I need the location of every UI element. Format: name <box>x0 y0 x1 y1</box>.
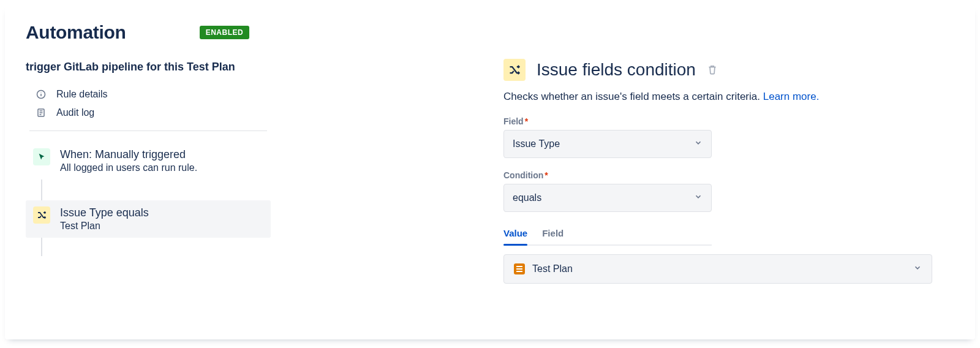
learn-more-link[interactable]: Learn more. <box>763 91 820 102</box>
value-select-text: Test Plan <box>532 263 573 274</box>
rule-name: trigger GitLab pipeline for this Test Pl… <box>26 60 246 74</box>
log-icon <box>36 107 47 118</box>
page-title: Automation <box>26 22 126 43</box>
shuffle-icon <box>33 206 50 224</box>
step-connector <box>41 180 42 200</box>
shuffle-icon <box>503 59 526 81</box>
automation-panel: Automation ENABLED trigger GitLab pipeli… <box>5 5 975 339</box>
chevron-down-icon <box>694 138 703 149</box>
condition-group: Condition* equals <box>503 170 954 212</box>
chevron-down-icon <box>694 192 703 203</box>
condition-subtitle: Test Plan <box>60 221 149 232</box>
field-select[interactable]: Issue Type <box>503 130 712 158</box>
tab-value[interactable]: Value <box>503 224 527 244</box>
value-select[interactable]: Test Plan <box>503 254 932 284</box>
step-connector-after <box>41 238 42 256</box>
trigger-title: When: Manually triggered <box>60 148 197 161</box>
divider <box>29 130 267 131</box>
condition-select[interactable]: equals <box>503 184 712 212</box>
audit-log-link[interactable]: Audit log <box>26 104 271 122</box>
detail-panel: Issue fields condition Checks whether an… <box>503 22 954 339</box>
required-marker: * <box>545 170 548 180</box>
condition-label-text: Condition <box>503 170 543 180</box>
field-label: Field* <box>503 116 954 126</box>
trigger-step[interactable]: When: Manually triggered All logged in u… <box>26 142 271 180</box>
rule-sidebar: Automation ENABLED trigger GitLab pipeli… <box>26 22 271 339</box>
detail-description: Checks whether an issue's field meets a … <box>503 91 954 103</box>
field-select-value: Issue Type <box>513 138 560 149</box>
condition-label: Condition* <box>503 170 954 180</box>
info-icon <box>36 89 47 100</box>
trigger-subtitle: All logged in users can run rule. <box>60 162 197 173</box>
value-field-tabs: Value Field <box>503 224 712 246</box>
field-group: Field* Issue Type <box>503 116 954 158</box>
field-label-text: Field <box>503 116 524 126</box>
detail-header: Issue fields condition <box>503 59 954 81</box>
required-marker: * <box>525 116 528 126</box>
rule-details-label: Rule details <box>56 89 108 100</box>
svg-point-2 <box>40 93 41 93</box>
rule-details-link[interactable]: Rule details <box>26 85 271 104</box>
condition-title: Issue Type equals <box>60 206 149 219</box>
condition-select-value: equals <box>513 192 541 203</box>
description-text: Checks whether an issue's field meets a … <box>503 91 760 102</box>
status-badge: ENABLED <box>200 26 250 39</box>
test-plan-icon <box>514 263 525 274</box>
cursor-icon <box>33 148 50 165</box>
header-row: Automation ENABLED <box>26 22 271 43</box>
delete-button[interactable] <box>707 64 718 75</box>
chevron-down-icon <box>913 263 922 274</box>
condition-step[interactable]: Issue Type equals Test Plan <box>26 200 271 238</box>
audit-log-label: Audit log <box>56 107 94 118</box>
detail-title: Issue fields condition <box>537 60 696 80</box>
tab-field[interactable]: Field <box>542 224 564 244</box>
